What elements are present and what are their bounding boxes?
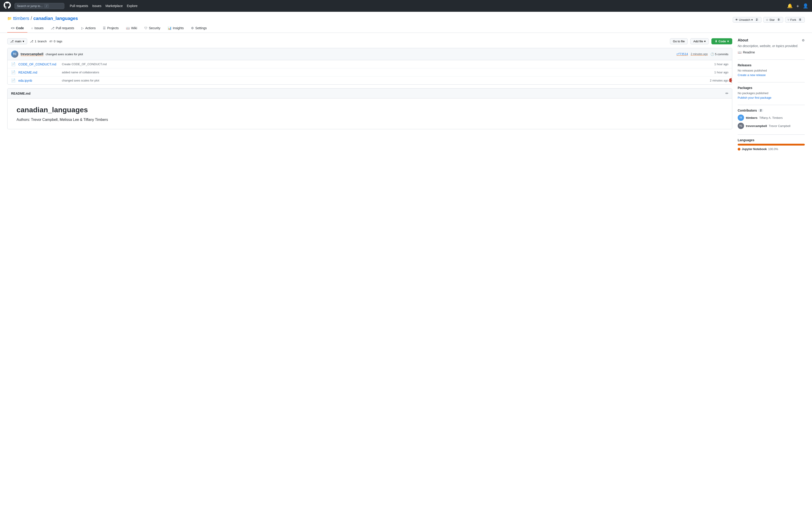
- branch-selector[interactable]: ⎇ main ▾: [7, 38, 27, 44]
- nav-right: 🔔 ＋ 👤: [787, 3, 808, 9]
- tab-insights[interactable]: 📊 Insights: [164, 24, 187, 33]
- commit-hash[interactable]: cf73514: [676, 53, 688, 56]
- readme-box: README.md ✏ canadian_languages Authors: …: [7, 88, 732, 129]
- tags-link[interactable]: 🏷 0 tags: [49, 40, 62, 43]
- contributor-avatar-1: TC: [738, 123, 744, 129]
- tab-issues-label: Issues: [35, 26, 44, 30]
- watch-label: Unwatch: [739, 18, 751, 21]
- tab-pr-label: Pull requests: [56, 26, 74, 30]
- code-button[interactable]: ⬇ Code ▾: [711, 38, 732, 44]
- readme-content: Authors: Trevor Campbell, Melissa Lee & …: [16, 118, 723, 122]
- tab-wiki[interactable]: 📖 Wiki: [122, 24, 141, 33]
- wiki-icon: 📖: [126, 26, 130, 30]
- search-bar[interactable]: Search or jump to... /: [14, 3, 64, 9]
- contributor-username-0[interactable]: ttimbers: [746, 116, 757, 119]
- readme-title: README.md: [11, 92, 31, 95]
- fork-count: 0: [798, 18, 802, 21]
- security-icon: 🛡: [144, 26, 148, 30]
- book-icon: 📖: [738, 51, 742, 54]
- tab-pull-requests[interactable]: ⎇ Pull requests: [47, 24, 78, 33]
- branch-name: main: [15, 40, 21, 43]
- tab-projects[interactable]: ☰ Projects: [99, 24, 122, 33]
- pr-icon: ⎇: [51, 26, 54, 30]
- dropdown-chevron-icon: ▾: [23, 40, 24, 43]
- branch-row: ⎇ main ▾ ⎇ 1 branch 🏷 0 tags Go to file …: [7, 38, 732, 44]
- star-button[interactable]: ☆ Star 0: [763, 17, 783, 23]
- nav-pull-requests[interactable]: Pull requests: [70, 4, 88, 8]
- branches-link[interactable]: ⎇ 1 branch: [30, 40, 47, 43]
- create-release-link[interactable]: Create a new release: [738, 73, 766, 77]
- user-avatar[interactable]: 👤: [803, 3, 808, 9]
- navigation: Search or jump to... / Pull requests Iss…: [0, 0, 812, 12]
- tab-settings[interactable]: ⚙ Settings: [187, 24, 210, 33]
- tab-projects-label: Projects: [107, 26, 119, 30]
- about-section: About ⚙ No description, website, or topi…: [738, 38, 805, 54]
- breadcrumb: 📁 ttimbers / canadian_languages: [7, 15, 78, 21]
- nav-issues[interactable]: Issues: [92, 4, 101, 8]
- tab-security[interactable]: 🛡 Security: [141, 24, 164, 33]
- contributor-username-1[interactable]: trevorcampbell: [746, 124, 767, 128]
- file-name-2[interactable]: eda.ipynb: [18, 79, 59, 82]
- tags-count: 0: [54, 40, 55, 43]
- code-chevron-icon: ▾: [727, 40, 729, 43]
- nav-links: Pull requests Issues Marketplace Explore: [70, 4, 138, 8]
- file-row: 📄 README.md added name of collaborators …: [7, 68, 732, 76]
- add-icon[interactable]: ＋: [796, 3, 800, 9]
- add-file-chevron-icon: ▾: [704, 40, 706, 43]
- releases-section: Releases No releases published Create a …: [738, 60, 805, 77]
- branches-label: branch: [38, 40, 47, 43]
- contributor-fullname-1: Trevor Campbell: [769, 124, 791, 128]
- github-logo[interactable]: [4, 2, 11, 10]
- tab-settings-label: Settings: [195, 26, 207, 30]
- file-name-0[interactable]: CODE_OF_CONDUCT.md: [18, 62, 59, 66]
- tab-code[interactable]: <> Code: [7, 24, 28, 33]
- contributors-section: Contributors 2 TT ttimbers Tiffany A. Ti…: [738, 105, 805, 129]
- code-label: Code: [719, 40, 726, 43]
- publish-package-link[interactable]: Publish your first package: [738, 96, 771, 99]
- language-dot: [738, 148, 741, 151]
- fork-button[interactable]: ⑂ Fork 0: [785, 17, 805, 23]
- go-to-file-button[interactable]: Go to file: [670, 38, 688, 44]
- no-releases-text: No releases published: [738, 69, 805, 72]
- tab-actions[interactable]: ▷ Actions: [78, 24, 99, 33]
- contributors-count: 2: [758, 109, 764, 112]
- tab-actions-label: Actions: [85, 26, 96, 30]
- projects-icon: ☰: [103, 26, 106, 30]
- commits-count-link[interactable]: 🕐 5 commits: [711, 53, 728, 56]
- watch-button[interactable]: 👁 Unwatch ▾ 2: [733, 17, 761, 23]
- add-file-label: Add file: [693, 40, 703, 43]
- repo-name[interactable]: canadian_languages: [33, 16, 78, 21]
- contributor-fullname-0: Tiffany A. Timbers: [759, 116, 782, 119]
- watch-dropdown[interactable]: ▾: [751, 18, 753, 21]
- notifications-icon[interactable]: 🔔: [787, 3, 793, 9]
- contributor-row: TC trevorcampbell Trevor Campbell: [738, 123, 805, 129]
- readme-link[interactable]: 📖 Readme: [738, 51, 805, 54]
- packages-section: Packages No packages published Publish y…: [738, 82, 805, 99]
- file-commit-1: added name of collaborators: [62, 71, 712, 74]
- nav-explore[interactable]: Explore: [127, 4, 138, 8]
- breadcrumb-separator: /: [31, 15, 32, 21]
- commit-author-name[interactable]: trevorcampbell: [20, 52, 43, 56]
- tab-issues[interactable]: ○ Issues: [28, 24, 47, 33]
- repo-header: 📁 ttimbers / canadian_languages 👁 Unwatc…: [0, 12, 812, 33]
- nav-marketplace[interactable]: Marketplace: [105, 4, 122, 8]
- clock-icon: 🕐: [711, 53, 714, 56]
- tab-code-label: Code: [16, 26, 24, 30]
- branches-count: 1: [35, 40, 36, 43]
- about-settings-icon[interactable]: ⚙: [802, 39, 805, 42]
- file-commit-2: changed axes scales for plot: [62, 79, 707, 82]
- commit-author-avatar: TC: [11, 51, 18, 58]
- add-file-button[interactable]: Add file ▾: [690, 38, 708, 44]
- search-text: Search or jump to...: [17, 4, 43, 8]
- repo-type-icon: 📁: [7, 16, 12, 20]
- search-kbd: /: [44, 4, 49, 8]
- readme-edit-button[interactable]: ✏: [725, 91, 728, 96]
- contributors-header: Contributors 2: [738, 109, 805, 112]
- file-name-1[interactable]: README.md: [18, 71, 59, 74]
- eye-icon: 👁: [735, 18, 738, 21]
- download-icon: ⬇: [715, 40, 717, 43]
- file-table: TC trevorcampbell changed axes scales fo…: [7, 48, 732, 84]
- file-icon: 📄: [11, 62, 16, 66]
- repo-owner[interactable]: ttimbers: [13, 16, 29, 21]
- main-column: ⎇ main ▾ ⎇ 1 branch 🏷 0 tags Go to file …: [7, 38, 732, 156]
